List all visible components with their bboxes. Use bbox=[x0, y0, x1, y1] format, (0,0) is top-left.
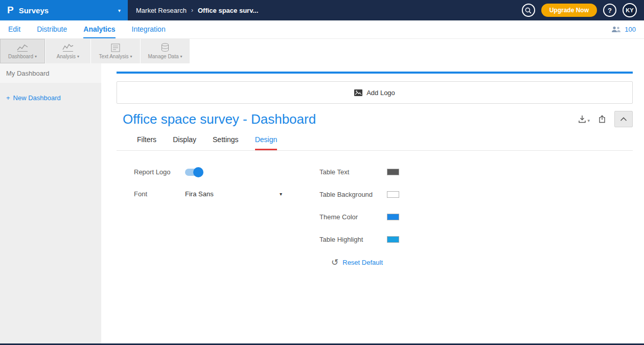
reset-icon: ↺ bbox=[331, 258, 338, 267]
avatar[interactable]: KY bbox=[623, 3, 637, 17]
sidebar-item-my-dashboard[interactable]: My Dashboard bbox=[0, 63, 101, 83]
help-button[interactable]: ? bbox=[603, 4, 616, 17]
toolbar-item-text-analysis[interactable]: Text Analysis▾ bbox=[91, 39, 140, 63]
chevron-up-icon bbox=[620, 117, 627, 121]
plus-icon: + bbox=[6, 94, 10, 102]
table-text-label: Table Text bbox=[319, 168, 387, 176]
tab-display[interactable]: Display bbox=[173, 135, 196, 150]
report-logo-toggle[interactable] bbox=[185, 169, 202, 176]
tab-edit[interactable]: Edit bbox=[8, 20, 20, 38]
analysis-chart-icon bbox=[62, 43, 74, 52]
chevron-down-icon: ▾ bbox=[587, 118, 590, 123]
reset-default-button[interactable]: ↺ Reset Default bbox=[331, 258, 399, 267]
report-logo-label: Report Logo bbox=[134, 168, 185, 176]
theme-color-label: Theme Color bbox=[319, 213, 387, 221]
tab-integration[interactable]: Integration bbox=[132, 20, 166, 38]
tab-filters[interactable]: Filters bbox=[137, 135, 156, 150]
content-area: My Dashboard + New Dashboard Add Logo Of… bbox=[0, 63, 644, 345]
product-name: Surveys bbox=[19, 6, 49, 15]
theme-color-row: Theme Color bbox=[319, 213, 399, 221]
product-switcher[interactable]: P Surveys ▾ bbox=[0, 0, 128, 20]
tab-analytics[interactable]: Analytics bbox=[83, 20, 115, 38]
title-row: Office space survey - Dashboard ▾ bbox=[117, 111, 633, 127]
accent-divider bbox=[117, 72, 633, 74]
chevron-down-icon: ▾ bbox=[180, 54, 182, 59]
toolbar-item-dashboard[interactable]: Dashboard▾ bbox=[0, 39, 45, 63]
search-icon bbox=[525, 7, 532, 14]
toolbar-item-label: Manage Data bbox=[148, 54, 178, 59]
image-icon bbox=[354, 89, 362, 96]
responses-counter[interactable]: 100 bbox=[611, 20, 636, 38]
toolbar-item-label: Dashboard bbox=[8, 54, 33, 59]
breadcrumb-parent[interactable]: Market Research bbox=[136, 7, 187, 14]
font-row: Font Fira Sans ▾ bbox=[134, 190, 319, 198]
dashboard-tabs: Filters Display Settings Design bbox=[117, 135, 633, 151]
line-chart-icon bbox=[16, 43, 29, 52]
reset-default-label: Reset Default bbox=[342, 259, 383, 266]
brand-logo: P bbox=[7, 5, 14, 16]
upgrade-button[interactable]: Upgrade Now bbox=[541, 4, 597, 17]
font-select[interactable]: Fira Sans ▾ bbox=[185, 190, 282, 198]
search-button[interactable] bbox=[522, 4, 535, 17]
table-background-row: Table Background bbox=[319, 191, 399, 198]
font-label: Font bbox=[134, 190, 185, 198]
analytics-toolbar: Dashboard▾ Analysis▾ Text Analysis▾ Mana… bbox=[0, 39, 644, 63]
design-form: Report Logo Font Fira Sans ▾ Table Text bbox=[117, 168, 633, 267]
new-dashboard-button[interactable]: + New Dashboard bbox=[0, 94, 101, 102]
design-form-left: Report Logo Font Fira Sans ▾ bbox=[134, 168, 319, 267]
tab-settings[interactable]: Settings bbox=[213, 135, 239, 150]
new-dashboard-label: New Dashboard bbox=[13, 94, 61, 102]
tab-distribute[interactable]: Distribute bbox=[37, 20, 67, 38]
table-background-swatch[interactable] bbox=[387, 191, 399, 198]
table-text-swatch[interactable] bbox=[387, 169, 399, 175]
table-text-row: Table Text bbox=[319, 168, 399, 176]
chevron-down-icon: ▾ bbox=[280, 191, 282, 197]
table-highlight-label: Table Highlight bbox=[319, 236, 387, 243]
people-icon bbox=[611, 26, 621, 33]
topbar-actions: Upgrade Now ? KY bbox=[522, 3, 644, 17]
text-document-icon bbox=[111, 43, 120, 52]
breadcrumb-separator-icon: › bbox=[191, 7, 193, 14]
toggle-knob bbox=[193, 167, 203, 177]
database-icon bbox=[161, 43, 169, 52]
top-app-bar: P Surveys ▾ Market Research › Office spa… bbox=[0, 0, 644, 20]
toolbar-item-manage-data[interactable]: Manage Data▾ bbox=[141, 39, 190, 63]
table-background-label: Table Background bbox=[319, 191, 387, 198]
breadcrumb-current[interactable]: Office space surv... bbox=[198, 7, 258, 14]
collapse-button[interactable] bbox=[614, 111, 633, 127]
tab-design[interactable]: Design bbox=[255, 135, 278, 150]
toolbar-item-label: Text Analysis bbox=[99, 54, 129, 59]
share-button[interactable] bbox=[598, 115, 606, 123]
download-button[interactable]: ▾ bbox=[578, 115, 590, 123]
theme-color-swatch[interactable] bbox=[387, 214, 399, 220]
add-logo-label: Add Logo bbox=[366, 89, 395, 97]
responses-count: 100 bbox=[625, 26, 636, 33]
download-icon bbox=[578, 115, 586, 123]
breadcrumb: Market Research › Office space surv... bbox=[136, 7, 258, 14]
chevron-down-icon: ▾ bbox=[35, 54, 37, 59]
chevron-down-icon: ▾ bbox=[130, 54, 132, 59]
toolbar-item-analysis[interactable]: Analysis▾ bbox=[45, 39, 90, 63]
chevron-down-icon: ▾ bbox=[118, 8, 121, 13]
design-form-right: Table Text Table Background Theme Color … bbox=[319, 168, 399, 267]
title-actions: ▾ bbox=[578, 111, 633, 127]
share-icon bbox=[598, 115, 606, 123]
toolbar-item-label: Analysis bbox=[57, 54, 76, 59]
dashboard-main: Add Logo Office space survey - Dashboard… bbox=[101, 63, 644, 345]
table-highlight-swatch[interactable] bbox=[387, 236, 399, 243]
table-highlight-row: Table Highlight bbox=[319, 236, 399, 243]
chevron-down-icon: ▾ bbox=[77, 54, 79, 59]
dashboard-sidebar: My Dashboard + New Dashboard bbox=[0, 63, 101, 345]
page-title: Office space survey - Dashboard bbox=[123, 111, 316, 127]
section-nav: Edit Distribute Analytics Integration 10… bbox=[0, 20, 644, 39]
add-logo-button[interactable]: Add Logo bbox=[117, 81, 633, 104]
font-select-value: Fira Sans bbox=[185, 190, 214, 198]
report-logo-row: Report Logo bbox=[134, 168, 319, 176]
